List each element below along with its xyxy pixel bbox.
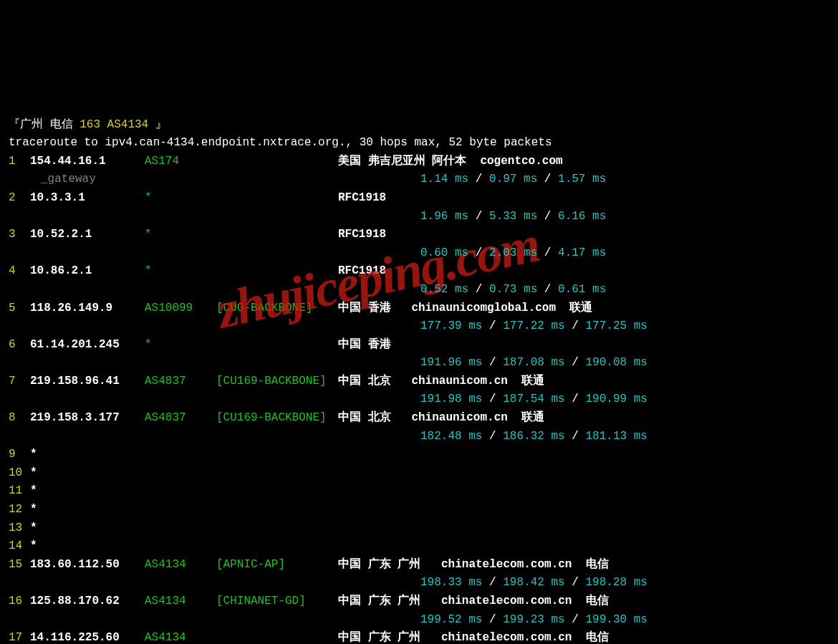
hop-latency-row-6: 191.96 ms / 187.08 ms / 190.08 ms <box>9 354 829 373</box>
hop-asn: AS4134 <box>145 556 216 575</box>
hop-row-10: 10* <box>9 464 829 483</box>
hop-location: 中国 广东 广州 chinatelecom.com.cn 电信 <box>338 595 609 607</box>
hop-number: 12 <box>9 501 30 519</box>
hop-ip: 154.44.16.1 <box>30 153 145 171</box>
hop-location: 中国 香港 chinaunicomglobal.com 联通 <box>338 302 592 314</box>
hop-latency-row-8: 182.48 ms / 186.32 ms / 181.13 ms <box>9 428 829 446</box>
hop-number: 6 <box>9 336 30 355</box>
hop-location: 中国 北京 chinaunicom.cn 联通 <box>338 411 544 424</box>
hop-location: 中国 香港 <box>338 338 391 351</box>
hop-asn: * <box>145 262 216 281</box>
hop-ip: * <box>30 446 145 464</box>
hop-row-3: 310.52.2.1*RFC1918 <box>9 226 829 244</box>
hop-latency: 191.98 ms <box>420 393 482 405</box>
hop-org: [CHINANET-GD] <box>216 592 338 611</box>
hop-latency: 182.48 ms <box>420 430 482 443</box>
hop-latency: 1.96 ms <box>420 210 468 223</box>
hop-number: 10 <box>9 464 30 483</box>
hop-location: RFC1918 <box>338 264 386 277</box>
hop-latency: 191.96 ms <box>420 356 482 369</box>
hop-ip: * <box>30 537 145 556</box>
hop-org: [CU169-BACKBONE] <box>216 409 338 428</box>
hop-latency-row-3: 0.60 ms / 2.03 ms / 4.17 ms <box>9 244 829 263</box>
hop-number: 3 <box>9 226 30 244</box>
hop-ip: 61.14.201.245 <box>30 336 145 355</box>
hop-ip: 219.158.96.41 <box>30 373 145 391</box>
hop-number: 9 <box>9 446 30 464</box>
hop-latency: 198.33 ms <box>420 576 482 589</box>
hop-asn: AS4134 <box>145 592 216 611</box>
hop-latency-row-16: 199.52 ms / 199.23 ms / 199.30 ms <box>9 611 829 630</box>
hop-row-2: 210.3.3.1*RFC1918 <box>9 189 829 208</box>
hop-ip: 10.86.2.1 <box>30 262 145 281</box>
traceroute-header: 『广州 电信 163 AS4134 』 <box>9 116 829 135</box>
hop-row-1: 1154.44.16.1AS174美国 弗吉尼亚州 阿什本 cogentco.c… <box>9 153 829 171</box>
hop-location: 中国 广东 广州 chinatelecom.com.cn 电信 <box>338 558 609 571</box>
hop-asn: * <box>145 189 216 208</box>
hop-number: 14 <box>9 537 30 556</box>
traceroute-command: traceroute to ipv4.can-4134.endpoint.nxt… <box>9 134 829 153</box>
hop-number: 5 <box>9 299 30 318</box>
hop-latency: 1.14 ms <box>420 173 468 186</box>
hop-number: 17 <box>9 629 30 644</box>
hop-row-14: 14* <box>9 537 829 556</box>
hop-latency: 0.52 ms <box>420 283 468 296</box>
hop-number: 7 <box>9 373 30 391</box>
hop-number: 15 <box>9 556 30 575</box>
hop-org: [CU169-BACKBONE] <box>216 373 338 391</box>
hop-ip: * <box>30 482 145 501</box>
hop-ip: * <box>30 501 145 519</box>
hop-latency: 199.52 ms <box>420 613 482 626</box>
hop-org: [CUG-BACKBONE] <box>216 299 338 318</box>
hop-latency-row-2: 1.96 ms / 5.33 ms / 6.16 ms <box>9 208 829 226</box>
hop-location: 中国 广东 广州 chinatelecom.com.cn 电信 <box>338 631 609 644</box>
hop-row-11: 11* <box>9 482 829 501</box>
hop-latency-row-7: 191.98 ms / 187.54 ms / 190.99 ms <box>9 390 829 409</box>
terminal-output: 『广州 电信 163 AS4134 』traceroute to ipv4.ca… <box>9 116 829 644</box>
hop-hostname: _gateway <box>41 170 96 189</box>
hop-location: 美国 弗吉尼亚州 阿什本 cogentco.com <box>338 155 563 168</box>
hop-asn: AS4837 <box>145 373 216 391</box>
hop-org: [APNIC-AP] <box>216 556 338 575</box>
hop-row-15: 15183.60.112.50AS4134[APNIC-AP]中国 广东 广州 … <box>9 556 829 575</box>
hop-ip: 10.3.3.1 <box>30 189 145 208</box>
hop-asn: AS10099 <box>145 299 216 318</box>
hop-latency: 0.60 ms <box>420 246 468 259</box>
hop-ip: 183.60.112.50 <box>30 556 145 575</box>
hop-row-12: 12* <box>9 501 829 519</box>
hop-ip: 118.26.149.9 <box>30 299 145 318</box>
hop-number: 8 <box>9 409 30 428</box>
hop-number: 1 <box>9 153 30 171</box>
hop-location: RFC1918 <box>338 228 386 241</box>
hop-latency: 177.39 ms <box>420 319 482 332</box>
hop-asn: AS174 <box>145 153 216 171</box>
hop-asn: * <box>145 336 216 355</box>
hop-number: 11 <box>9 482 30 501</box>
hop-row-13: 13* <box>9 519 829 538</box>
hop-number: 16 <box>9 592 30 611</box>
hop-row-8: 8219.158.3.177AS4837[CU169-BACKBONE]中国 北… <box>9 409 829 428</box>
hop-row-16: 16125.88.170.62AS4134[CHINANET-GD]中国 广东 … <box>9 592 829 611</box>
hop-asn: AS4837 <box>145 409 216 428</box>
hop-row-17: 1714.116.225.60AS4134中国 广东 广州 chinatelec… <box>9 629 829 644</box>
hop-asn: AS4134 <box>145 629 216 644</box>
hop-latency-row-1: _gateway1.14 ms / 0.97 ms / 1.57 ms <box>9 170 829 189</box>
hop-row-4: 410.86.2.1*RFC1918 <box>9 262 829 281</box>
hop-location: 中国 北京 chinaunicom.cn 联通 <box>338 375 544 388</box>
hop-ip: 219.158.3.177 <box>30 409 145 428</box>
hop-ip: * <box>30 464 145 483</box>
hop-ip: 125.88.170.62 <box>30 592 145 611</box>
hop-asn: * <box>145 226 216 244</box>
hop-row-9: 9* <box>9 446 829 464</box>
hop-number: 2 <box>9 189 30 208</box>
hop-number: 13 <box>9 519 30 538</box>
hop-ip: * <box>30 519 145 538</box>
hop-ip: 10.52.2.1 <box>30 226 145 244</box>
hop-latency-row-4: 0.52 ms / 0.73 ms / 0.61 ms <box>9 281 829 299</box>
hop-ip: 14.116.225.60 <box>30 629 145 644</box>
hop-number: 4 <box>9 262 30 281</box>
hop-row-6: 661.14.201.245*中国 香港 <box>9 336 829 355</box>
hop-row-7: 7219.158.96.41AS4837[CU169-BACKBONE]中国 北… <box>9 373 829 391</box>
hop-row-5: 5118.26.149.9AS10099[CUG-BACKBONE]中国 香港 … <box>9 299 829 318</box>
hop-location: RFC1918 <box>338 191 386 204</box>
